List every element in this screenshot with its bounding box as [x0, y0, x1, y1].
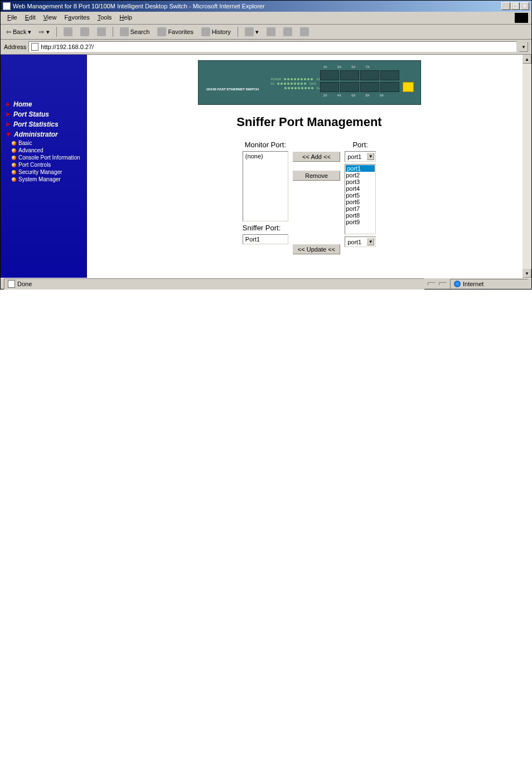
list-item[interactable]: port7	[346, 205, 375, 212]
address-bar: Address http://192.168.0.27/ ▼	[1, 40, 531, 55]
vertical-scrollbar[interactable]: ▲ ▼	[523, 55, 531, 278]
close-button[interactable]: ✕	[520, 2, 529, 10]
bullet-icon	[12, 148, 16, 153]
nav-administrator[interactable]: Administrator	[1, 129, 87, 139]
security-zone: Internet	[450, 279, 528, 289]
dropdown-icon: ▼	[367, 153, 374, 160]
page-icon	[8, 280, 15, 288]
titlebar[interactable]: Web Management for 8 Port 10/100M Intell…	[1, 1, 531, 12]
back-button[interactable]: ⇦ Back ▾	[4, 27, 33, 37]
ie-icon	[3, 2, 11, 10]
port-label: Port:	[345, 141, 376, 149]
update-button[interactable]: << Update <<	[293, 244, 340, 254]
page-icon	[31, 43, 38, 51]
port-options-list[interactable]: port1 port2 port3 port4 port5 port6 port…	[345, 164, 376, 234]
sub-console-port-info[interactable]: Console Port Information	[1, 154, 87, 161]
content-area: Home Port Status Port Statistics Adminis…	[1, 55, 531, 278]
ie-throbber-icon	[515, 13, 528, 23]
print-button[interactable]	[264, 26, 278, 37]
refresh-icon	[80, 27, 89, 36]
window-title: Web Management for 8 Port 10/100M Intell…	[13, 3, 501, 9]
list-item[interactable]: port6	[346, 199, 375, 205]
discuss-icon	[300, 27, 309, 36]
search-button[interactable]: Search	[118, 26, 152, 37]
print-icon	[267, 27, 275, 36]
sub-advanced[interactable]: Advanced	[1, 147, 87, 154]
nav-port-status[interactable]: Port Status	[1, 109, 87, 119]
sub-system-manager[interactable]: System Manager	[1, 176, 87, 183]
minimize-button[interactable]: _	[501, 2, 510, 10]
nav-home[interactable]: Home	[1, 99, 87, 109]
edit-icon	[283, 27, 292, 36]
menu-view[interactable]: View	[40, 13, 60, 23]
switch-model-text: 10/100 FAST ETHERNET SWITCH	[206, 88, 259, 91]
search-icon	[120, 27, 129, 36]
sub-port-controls[interactable]: Port Controls	[1, 161, 87, 168]
discuss-button[interactable]	[298, 26, 311, 37]
home-button[interactable]	[95, 26, 108, 37]
home-icon	[97, 27, 106, 36]
sniffer-port-input[interactable]: Port1	[243, 234, 288, 244]
scroll-down-button[interactable]: ▼	[523, 269, 531, 278]
arrow-icon	[6, 102, 10, 107]
monitor-port-list[interactable]: (none)	[243, 151, 288, 221]
forward-button[interactable]: ⇨ ▾	[37, 27, 51, 37]
edit-button[interactable]	[281, 26, 294, 37]
menu-favorites[interactable]: Favorites	[61, 13, 93, 23]
bullet-icon	[12, 177, 16, 182]
bullet-icon	[12, 156, 16, 160]
list-item[interactable]: port8	[346, 212, 375, 219]
address-label: Address	[4, 44, 26, 50]
bullet-icon	[12, 141, 16, 146]
menu-edit[interactable]: Edit	[22, 13, 39, 23]
favorites-button[interactable]: Favorites	[155, 26, 195, 37]
add-button[interactable]: << Add <<	[293, 152, 340, 162]
bullet-icon	[12, 170, 16, 175]
remove-button[interactable]: Remove	[293, 171, 340, 181]
history-icon	[201, 27, 210, 36]
statusbar: Done Internet	[1, 278, 531, 289]
form-area: Monitor Port: (none) Sniffer Port: Port1…	[87, 141, 531, 254]
scroll-up-button[interactable]: ▲	[523, 55, 531, 64]
refresh-button[interactable]	[78, 26, 91, 37]
list-item[interactable]: port5	[346, 192, 375, 199]
list-item[interactable]: port3	[346, 178, 375, 185]
monitor-port-label: Monitor Port:	[243, 141, 288, 149]
address-input[interactable]: http://192.168.0.27/	[28, 41, 517, 52]
arrow-icon	[6, 112, 10, 117]
list-item[interactable]: port1	[346, 165, 375, 172]
status-text: Done	[4, 278, 424, 289]
sniffer-port-label: Sniffer Port:	[243, 224, 288, 232]
history-button[interactable]: History	[199, 26, 233, 37]
arrow-down-icon	[6, 133, 11, 137]
menu-file[interactable]: File	[4, 13, 21, 23]
scroll-track[interactable]	[523, 64, 531, 269]
status-pane	[439, 282, 447, 286]
bullet-icon	[12, 163, 16, 167]
list-item[interactable]: port4	[346, 185, 375, 192]
maximize-button[interactable]: ❐	[511, 2, 520, 10]
menubar: File Edit View Favorites Tools Help	[1, 12, 531, 25]
nav-port-statistics[interactable]: Port Statistics	[1, 119, 87, 129]
mail-button[interactable]: ▾	[243, 26, 261, 37]
sub-basic[interactable]: Basic	[1, 139, 87, 147]
list-item[interactable]: port2	[346, 172, 375, 178]
arrow-icon	[6, 122, 10, 127]
stop-button[interactable]	[61, 26, 75, 37]
update-port-select[interactable]: port1▼	[345, 236, 376, 247]
switch-illustration: 10/100 FAST ETHERNET SWITCH POWER10/100 …	[198, 60, 421, 105]
address-dropdown-button[interactable]: ▼	[519, 42, 528, 52]
port-select[interactable]: port1▼	[345, 151, 376, 162]
sidebar: Home Port Status Port Statistics Adminis…	[1, 55, 87, 278]
favorites-icon	[157, 27, 166, 36]
page-title: Sniffer Port Management	[87, 115, 531, 129]
menu-tools[interactable]: Tools	[94, 13, 115, 23]
list-item[interactable]: port9	[346, 219, 375, 225]
menu-help[interactable]: Help	[116, 13, 136, 23]
main-area: 10/100 FAST ETHERNET SWITCH POWER10/100 …	[87, 55, 531, 278]
status-pane	[428, 282, 436, 286]
sub-security-manager[interactable]: Security Manager	[1, 168, 87, 176]
mail-icon	[245, 27, 254, 36]
toolbar: ⇦ Back ▾ ⇨ ▾ Search Favorites History ▾	[1, 25, 531, 40]
url-text: http://192.168.0.27/	[41, 44, 94, 50]
